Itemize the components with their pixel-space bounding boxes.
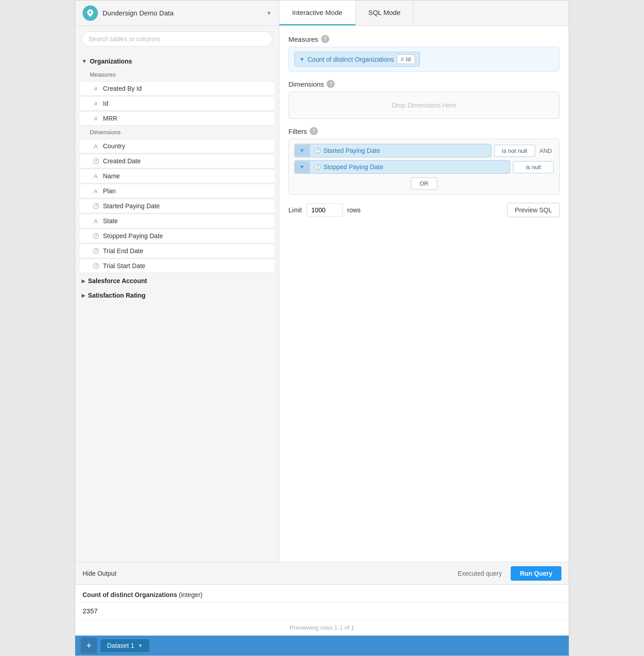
chevron-right-icon: ▶ — [82, 278, 85, 284]
executed-query-label: Executed query — [458, 570, 502, 577]
chevron-right-icon: ▶ — [82, 293, 85, 299]
field-item-created-date[interactable]: 🕐 Created Date — [79, 154, 275, 168]
field-item-created-by-id[interactable]: # Created By Id — [79, 81, 275, 96]
dimensions-help-icon[interactable]: ? — [327, 80, 335, 88]
hash-icon: # — [92, 115, 99, 122]
top-bar: Dundersign Demo Data ▼ Interactive Mode … — [75, 0, 569, 26]
measure-chip-text: Count of distinct Organizations — [307, 56, 394, 63]
sub-section-measures: Measures — [75, 69, 279, 81]
measures-label: Measures — [288, 35, 318, 43]
measure-chip-dropdown[interactable]: ▼ — [299, 56, 305, 63]
field-item-started-paying-date[interactable]: 🕐 Started Paying Date — [79, 199, 275, 213]
limit-row: Limit rows Preview SQL — [288, 203, 560, 217]
clock-icon: 🕐 — [92, 233, 99, 239]
database-title: Dundersign Demo Data — [102, 9, 262, 17]
dataset-tab[interactable]: Dataset 1 ▼ — [101, 639, 149, 652]
field-item-plan[interactable]: A Plan — [79, 184, 275, 198]
sidebar-section-satisfaction[interactable]: ▶ Satisfaction Rating — [75, 288, 279, 303]
filter-2-field: 🕐 Stopped Paying Date — [310, 161, 510, 173]
results-footer: Previewing rows 1-1 of 1 — [75, 620, 569, 636]
sidebar-content: ▼ Organizations Measures # Created By Id… — [75, 52, 279, 562]
field-item-state[interactable]: A State — [79, 214, 275, 228]
field-item-id[interactable]: # Id — [79, 96, 275, 111]
dimensions-placeholder: Drop Dimensions Here — [392, 102, 456, 109]
limit-label: Limit — [288, 206, 302, 214]
bottom-bar: Hide Output Executed query Run Query — [75, 562, 569, 584]
filters-label: Filters — [288, 127, 307, 135]
clock-icon: 🕐 — [92, 263, 99, 269]
search-input[interactable] — [82, 31, 273, 47]
hash-icon: # — [92, 85, 99, 92]
filter-chip-1: ▼ 🕐 Started Paying Date — [294, 144, 492, 157]
filter-1-dropdown[interactable]: ▼ — [295, 145, 310, 157]
filter-1-connector: AND — [538, 147, 554, 154]
measure-chip-id: # Id — [397, 54, 415, 64]
results-column-label: Count of distinct Organizations — [83, 591, 177, 598]
results-column-type: (integer) — [179, 591, 202, 598]
filters-area: ▼ 🕐 Started Paying Date is not null AND — [288, 139, 560, 195]
filter-1-clock-icon: 🕐 — [314, 147, 321, 154]
hash-icon: # — [92, 100, 99, 107]
main-header: Interactive Mode SQL Mode — [279, 0, 569, 25]
dimensions-label-row: Dimensions ? — [288, 80, 560, 88]
sub-section-dimensions: Dimensions — [75, 126, 279, 138]
main-panel: Measures ? ▼ Count of distinct Organizat… — [279, 26, 569, 562]
text-icon: A — [92, 188, 99, 195]
dataset-tab-arrow: ▼ — [138, 643, 143, 648]
filters-label-row: Filters ? — [288, 127, 560, 135]
text-icon: A — [92, 143, 99, 150]
chevron-down-icon: ▼ — [82, 58, 87, 64]
field-item-country[interactable]: A Country — [79, 139, 275, 153]
clock-icon: 🕐 — [92, 248, 99, 254]
measures-label-row: Measures ? — [288, 35, 560, 43]
run-query-button[interactable]: Run Query — [511, 566, 561, 581]
filters-help-icon[interactable]: ? — [310, 127, 318, 135]
or-button-row: OR — [294, 177, 554, 190]
filter-2-operator[interactable]: is null — [513, 161, 554, 173]
field-item-trial-end-date[interactable]: 🕐 Trial End Date — [79, 244, 275, 258]
results-value: 2357 — [75, 602, 569, 620]
filter-1-operator[interactable]: is not null — [494, 145, 535, 157]
measure-chip[interactable]: ▼ Count of distinct Organizations # Id — [294, 52, 420, 67]
filter-row-2: ▼ 🕐 Stopped Paying Date is null — [294, 160, 554, 174]
field-item-trial-start-date[interactable]: 🕐 Trial Start Date — [79, 259, 275, 273]
results-area: Count of distinct Organizations (integer… — [75, 584, 569, 636]
field-item-name[interactable]: A Name — [79, 169, 275, 183]
results-header: Count of distinct Organizations (integer… — [75, 585, 569, 602]
or-button[interactable]: OR — [411, 177, 437, 190]
field-item-mrr[interactable]: # MRR — [79, 111, 275, 126]
search-box-wrap — [75, 26, 279, 52]
clock-icon: 🕐 — [92, 203, 99, 209]
dimensions-section: Dimensions ? Drop Dimensions Here — [288, 80, 560, 119]
body-row: ▼ Organizations Measures # Created By Id… — [75, 26, 569, 562]
rows-label: rows — [347, 206, 361, 214]
preview-sql-button[interactable]: Preview SQL — [507, 203, 560, 217]
database-dropdown-arrow[interactable]: ▼ — [266, 10, 272, 16]
add-dataset-button[interactable]: + — [81, 637, 97, 654]
filter-2-dropdown[interactable]: ▼ — [295, 161, 310, 173]
filter-1-field: 🕐 Started Paying Date — [310, 144, 491, 157]
text-icon: A — [92, 173, 99, 180]
text-icon: A — [92, 218, 99, 225]
tab-sql[interactable]: SQL Mode — [356, 0, 414, 25]
filter-row-1: ▼ 🕐 Started Paying Date is not null AND — [294, 144, 554, 157]
filters-section: Filters ? ▼ 🕐 Started Paying Date i — [288, 127, 560, 195]
dimensions-box[interactable]: Drop Dimensions Here — [288, 92, 560, 119]
dataset-tab-label: Dataset 1 — [107, 642, 134, 649]
measures-help-icon[interactable]: ? — [321, 35, 329, 43]
sidebar-header: Dundersign Demo Data ▼ — [75, 0, 279, 25]
hide-output-button[interactable]: Hide Output — [83, 570, 117, 577]
filter-2-clock-icon: 🕐 — [314, 164, 321, 170]
dimensions-label: Dimensions — [288, 80, 324, 88]
sidebar-section-organizations[interactable]: ▼ Organizations — [75, 54, 279, 69]
tab-interactive[interactable]: Interactive Mode — [279, 0, 356, 25]
dataset-bar: + Dataset 1 ▼ — [75, 636, 569, 656]
measures-section: Measures ? ▼ Count of distinct Organizat… — [288, 35, 560, 72]
field-item-stopped-paying-date[interactable]: 🕐 Stopped Paying Date — [79, 229, 275, 243]
limit-input[interactable] — [307, 203, 343, 217]
sidebar-section-salesforce[interactable]: ▶ Salesforce Account — [75, 274, 279, 288]
filter-chip-2: ▼ 🕐 Stopped Paying Date — [294, 160, 510, 174]
sidebar: ▼ Organizations Measures # Created By Id… — [75, 26, 279, 562]
measures-box[interactable]: ▼ Count of distinct Organizations # Id — [288, 47, 560, 72]
clock-icon: 🕐 — [92, 158, 99, 164]
